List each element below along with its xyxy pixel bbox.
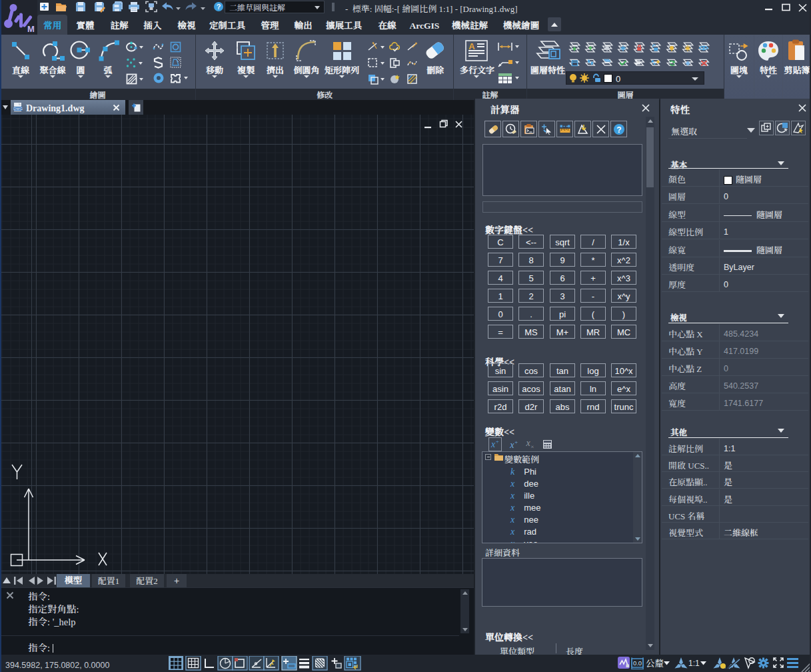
svg-text:DWG: DWG <box>13 107 22 111</box>
svg-text:?: ? <box>217 3 221 11</box>
svg-text:0.0: 0.0 <box>633 659 642 667</box>
svg-text:1:1: 1:1 <box>688 659 700 668</box>
svg-text:公釐: 公釐 <box>646 656 664 669</box>
svg-text:?: ? <box>616 125 621 134</box>
svg-text:M: M <box>27 24 35 34</box>
svg-text:A: A <box>468 41 475 51</box>
